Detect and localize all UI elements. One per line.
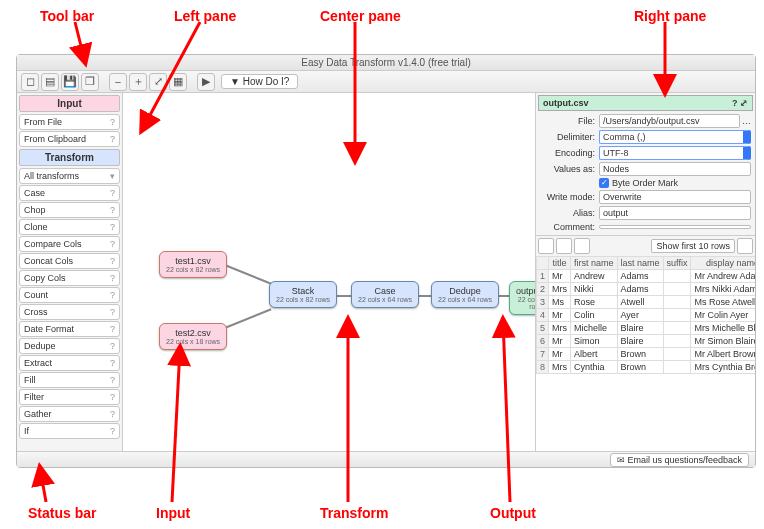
annot-output: Output (490, 505, 536, 521)
svg-line-0 (75, 22, 85, 62)
annot-input: Input (156, 505, 190, 521)
annot-transform: Transform (320, 505, 388, 521)
svg-line-1 (142, 22, 200, 130)
svg-line-5 (172, 348, 180, 502)
annot-leftpane: Left pane (174, 8, 236, 24)
annot-toolbar: Tool bar (40, 8, 94, 24)
annot-center: Center pane (320, 8, 401, 24)
annot-statusbar: Status bar (28, 505, 96, 521)
svg-line-7 (503, 320, 510, 502)
svg-line-4 (40, 468, 46, 502)
annotation-arrows (0, 0, 764, 529)
annot-rightpane: Right pane (634, 8, 706, 24)
